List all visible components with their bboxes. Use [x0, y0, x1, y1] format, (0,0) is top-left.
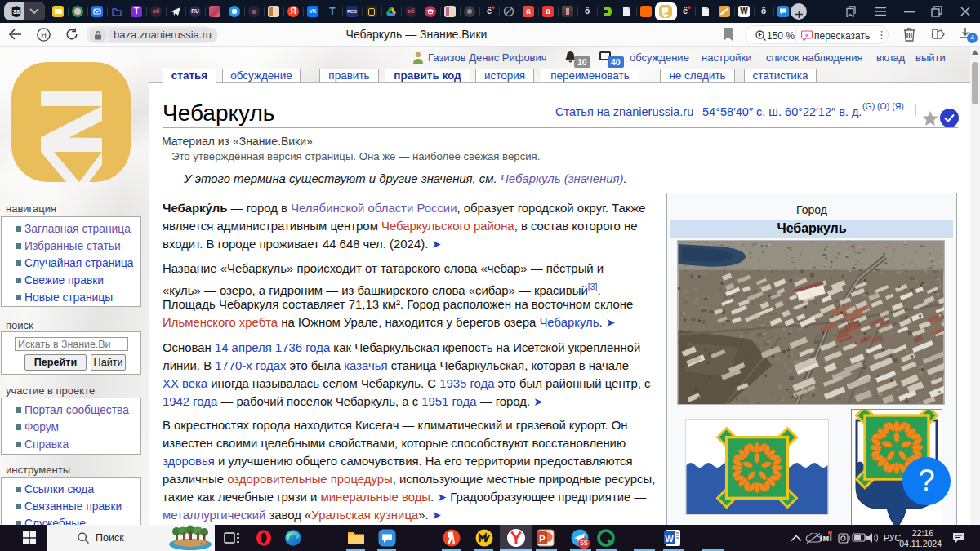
- svg-text:«: «: [805, 33, 808, 38]
- svg-text:W: W: [665, 534, 674, 544]
- svg-text:P: P: [539, 534, 545, 544]
- svg-text:Я: Я: [41, 30, 47, 39]
- svg-text:38: 38: [13, 8, 20, 16]
